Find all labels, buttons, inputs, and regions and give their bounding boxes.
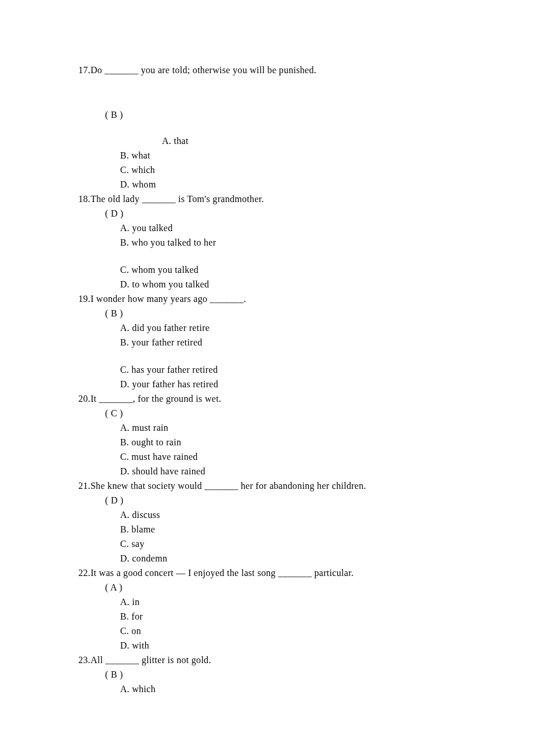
question-17-option-a: A. that <box>162 134 456 148</box>
question-19-option-a: A. did you father retire <box>120 321 456 335</box>
question-22-options: A. in B. for C. on D. with <box>120 595 456 653</box>
question-22-num: 22. <box>78 568 91 578</box>
question-18-option-a: A. you talked <box>120 221 456 235</box>
question-21-option-b: B. blame <box>120 522 456 537</box>
question-21-option-c: C. say <box>120 537 456 551</box>
question-20-answer: ( C ) <box>105 406 456 420</box>
question-17-answer: ( B ) <box>105 107 456 122</box>
question-17-option-d: D. whom <box>120 177 456 192</box>
question-21-options: A. discuss B. blame C. say D. condemn <box>120 507 456 566</box>
question-22-text: 22.It was a good concert — I enjoyed the… <box>78 566 456 580</box>
question-20-text: 20.It _______, for the ground is wet. <box>78 391 456 406</box>
question-21-option-a: A. discuss <box>120 507 456 522</box>
question-20-options: A. must rain B. ought to rain C. must ha… <box>120 420 456 478</box>
question-22-option-a: A. in <box>120 595 456 609</box>
question-22-option-d: D. with <box>120 638 456 653</box>
question-21-text: 21.She knew that society would _______ h… <box>78 478 456 493</box>
question-18-option-b: B. who you talked to her <box>120 235 456 250</box>
question-23-num: 23. <box>78 655 91 665</box>
question-20-option-c: C. must have rained <box>120 449 456 464</box>
question-20-option-d: D. should have rained <box>120 464 456 478</box>
question-17-option-b: B. what <box>120 148 456 163</box>
question-18-option-d: D. to whom you talked <box>120 277 456 291</box>
question-21-num: 21. <box>78 481 91 491</box>
question-17-text: 17.Do _______ you are told; otherwise yo… <box>78 63 456 77</box>
question-22-option-c: C. on <box>120 624 456 638</box>
question-19-options: A. did you father retire B. your father … <box>120 321 456 391</box>
question-18-num: 18. <box>78 194 91 204</box>
question-22-answer: ( A ) <box>105 580 456 595</box>
question-19-option-d: D. your father has retired <box>120 377 456 391</box>
question-20-num: 20. <box>78 394 91 404</box>
question-20-option-a: A. must rain <box>120 420 456 435</box>
question-18-option-c: C. whom you talked <box>120 262 456 277</box>
question-23-answer: ( B ) <box>105 667 456 682</box>
question-17-options: A. that B. what C. which D. whom <box>120 134 456 192</box>
question-23-options: A. which <box>120 682 456 696</box>
question-21-answer: ( D ) <box>105 493 456 507</box>
question-23-option-a: A. which <box>120 682 456 696</box>
question-21-option-d: D. condemn <box>120 551 456 566</box>
question-19-option-b: B. your father retired <box>120 335 456 350</box>
question-19-answer: ( B ) <box>105 306 456 321</box>
question-18-answer: ( D ) <box>105 206 456 221</box>
question-19-num: 19. <box>78 294 91 304</box>
question-17-num: 17. <box>78 65 91 75</box>
question-23-text: 23.All _______ glitter is not gold. <box>78 653 456 667</box>
question-22-option-b: B. for <box>120 609 456 624</box>
question-18-options: A. you talked B. who you talked to her C… <box>120 221 456 291</box>
question-19-text: 19.I wonder how many years ago _______. <box>78 291 456 306</box>
question-19-option-c: C. has your father retired <box>120 362 456 377</box>
question-18-text: 18.The old lady _______ is Tom's grandmo… <box>78 192 456 206</box>
question-17-option-c: C. which <box>120 163 456 177</box>
question-20-option-b: B. ought to rain <box>120 435 456 449</box>
